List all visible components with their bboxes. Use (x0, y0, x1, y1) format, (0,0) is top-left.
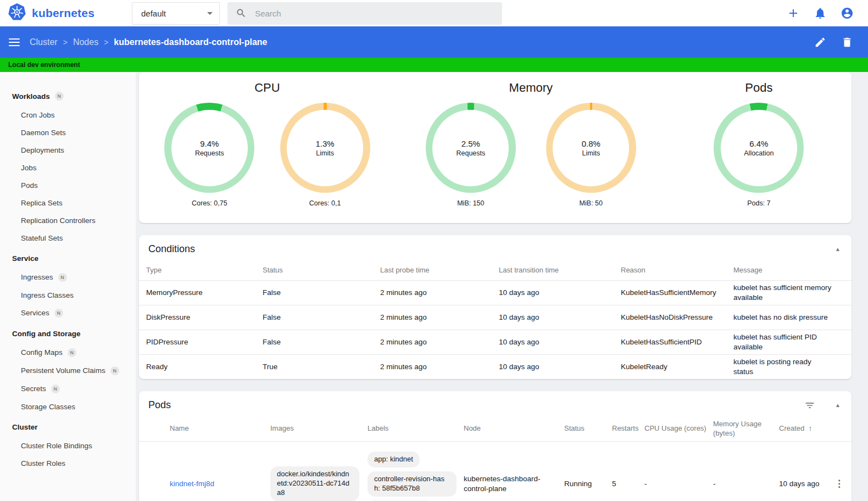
pods-col-labels[interactable]: Labels (368, 424, 464, 433)
donut-percent-value: 1.3% (315, 139, 334, 148)
sidebar-item-label: Ingress Classes (21, 291, 74, 299)
donut-chart-cpu-requests: 9.4%RequestsCores: 0,75 (164, 103, 254, 207)
sidebar-item-cron-jobs[interactable]: Cron Jobs (0, 106, 136, 124)
pods-col-cpu-usage-cores[interactable]: CPU Usage (cores) (644, 424, 713, 433)
menu-hamburger-icon[interactable] (9, 38, 20, 46)
donut-caption: MiB: 50 (580, 199, 603, 207)
sidebar-item-services[interactable]: ServicesN (0, 304, 136, 322)
collapse-chevron-icon[interactable]: ▲ (835, 246, 841, 252)
conditions-table-body: MemoryPressureFalse2 minutes ago10 days … (139, 280, 852, 379)
conditions-cell-last-probe-time: 2 minutes ago (380, 288, 499, 298)
chevron-right-icon: > (104, 38, 108, 47)
donut-chart-pods-allocation: 6.4%AllocationPods: 7 (714, 103, 804, 207)
pods-col-node[interactable]: Node (464, 424, 564, 433)
conditions-row: DiskPressureFalse2 minutes ago10 days ag… (139, 305, 852, 330)
sidebar-item-deployments[interactable]: Deployments (0, 141, 136, 159)
pod-name-link[interactable]: kindnet-fmj8d (170, 480, 214, 488)
allocation-group-title: Memory (396, 81, 666, 95)
donut-caption: Cores: 0,75 (192, 199, 227, 207)
conditions-cell-last-transition-time: 10 days ago (499, 362, 621, 372)
search-bar[interactable] (227, 2, 502, 25)
pods-col-memory-usage-bytes[interactable]: Memory Usage (bytes) (713, 420, 779, 438)
search-icon (235, 7, 247, 20)
allocation-group-title: Pods (666, 81, 852, 95)
pod-image-chip: docker.io/kindest/kindnetd:v20230511-dc7… (270, 466, 359, 501)
sidebar-item-storage-classes[interactable]: Storage Classes (0, 398, 136, 415)
donut-percent-value: 2.5% (461, 139, 480, 148)
pod-label-chip: app: kindnet (368, 452, 420, 467)
conditions-table-header: TypeStatusLast probe timeLast transition… (139, 260, 852, 280)
notifications-bell-icon[interactable] (814, 7, 827, 20)
app-logo[interactable]: kubernetes (0, 3, 132, 24)
sidebar-item-pods[interactable]: Pods (0, 176, 136, 194)
breadcrumb-current: kubernetes-dashboard-control-plane (114, 37, 267, 47)
conditions-col-reason: Reason (621, 265, 733, 275)
pods-col-label: CPU Usage (cores) (644, 424, 706, 432)
pods-col-label: Created (779, 424, 804, 432)
sidebar-item-stateful-sets[interactable]: Stateful Sets (0, 229, 136, 247)
donut-label: Allocation (744, 149, 774, 157)
delete-trash-icon[interactable] (841, 36, 854, 49)
conditions-cell-message: kubelet has no disk pressure (733, 313, 843, 322)
add-resource-button[interactable] (787, 7, 800, 20)
sidebar-item-replication-controllers[interactable]: Replication Controllers (0, 211, 136, 229)
pods-col-created[interactable]: Created ↑ (779, 424, 831, 433)
pods-col-images[interactable]: Images (270, 424, 368, 433)
pods-col-name[interactable]: Name (170, 424, 270, 433)
pods-col-restarts[interactable]: Restarts (612, 424, 644, 433)
sidebar-item-label: Cluster Role Bindings (21, 442, 92, 450)
user-account-icon[interactable] (841, 7, 854, 20)
sidebar-item-cluster-roles[interactable]: Cluster Roles (0, 454, 136, 472)
sidebar-item-label: Deployments (21, 146, 64, 154)
conditions-col-type: Type (146, 265, 263, 275)
sidebar-item-ingress-classes[interactable]: Ingress Classes (0, 286, 136, 304)
conditions-cell-last-probe-time: 2 minutes ago (380, 337, 499, 347)
conditions-cell-type: Ready (146, 362, 263, 372)
conditions-col-status: Status (263, 265, 380, 275)
sidebar-item-jobs[interactable]: Jobs (0, 159, 136, 176)
sidebar-item-cluster-role-bindings[interactable]: Cluster Role Bindings (0, 437, 136, 454)
edit-pencil-icon[interactable] (814, 36, 827, 49)
new-badge: N (55, 92, 64, 101)
conditions-col-message: Message (733, 265, 843, 275)
breadcrumb-item-cluster[interactable]: Cluster (30, 37, 58, 47)
sidebar-item-label: Cron Jobs (21, 111, 55, 119)
allocation-group-memory: Memory2.5%RequestsMiB: 1500.8%LimitsMiB:… (396, 75, 666, 223)
conditions-cell-last-transition-time: 10 days ago (499, 288, 621, 298)
allocation-group-pods: Pods6.4%AllocationPods: 7 (666, 75, 852, 223)
pods-col-label: Labels (368, 424, 388, 432)
conditions-col-last-probe-time: Last probe time (380, 265, 499, 275)
pods-table-row: kindnet-fmj8ddocker.io/kindest/kindnetd:… (139, 442, 852, 501)
chevron-down-icon (207, 12, 213, 15)
sidebar-section-label: Service (12, 254, 38, 263)
allocation-group-title: CPU (139, 81, 396, 95)
sidebar-item-ingresses[interactable]: IngressesN (0, 268, 136, 286)
sidebar-item-replica-sets[interactable]: Replica Sets (0, 194, 136, 211)
donut-chart-cpu-limits: 1.3%LimitsCores: 0,1 (280, 103, 370, 207)
namespace-value: default (141, 9, 207, 18)
chevron-right-icon: > (63, 38, 68, 47)
pods-col-label: Memory Usage (bytes) (713, 420, 761, 437)
sidebar-item-secrets[interactable]: SecretsN (0, 380, 136, 398)
sidebar-item-daemon-sets[interactable]: Daemon Sets (0, 124, 136, 141)
pods-table-body: kindnet-fmj8ddocker.io/kindest/kindnetd:… (139, 442, 852, 501)
breadcrumb-item-nodes[interactable]: Nodes (73, 37, 98, 47)
donut-percent-value: 9.4% (200, 139, 219, 148)
namespace-selector[interactable]: default (132, 2, 220, 25)
pods-col-status[interactable]: Status (564, 424, 612, 433)
donut-ring: 2.5%Requests (426, 103, 516, 193)
donut-ring: 9.4%Requests (164, 103, 254, 193)
collapse-chevron-icon[interactable]: ▲ (835, 402, 841, 408)
row-kebab-menu-icon[interactable]: ⋮ (831, 479, 847, 488)
sidebar-nav: WorkloadsNCron JobsDaemon SetsDeployment… (0, 72, 136, 501)
search-input[interactable] (255, 9, 494, 18)
donut-caption: Cores: 0,1 (309, 199, 341, 207)
filter-icon[interactable] (804, 400, 815, 411)
donut-chart-memory-requests: 2.5%RequestsMiB: 150 (426, 103, 516, 207)
sidebar-item-config-maps[interactable]: Config MapsN (0, 343, 136, 361)
sidebar-item-persistent-volume-claims[interactable]: Persistent Volume ClaimsN (0, 361, 136, 380)
donut-label: Requests (195, 149, 224, 157)
environment-banner: Local dev environment (0, 58, 868, 72)
sidebar-section-label: Cluster (12, 423, 38, 431)
breadcrumb-bar: Cluster>Nodes>kubernetes-dashboard-contr… (0, 26, 868, 58)
